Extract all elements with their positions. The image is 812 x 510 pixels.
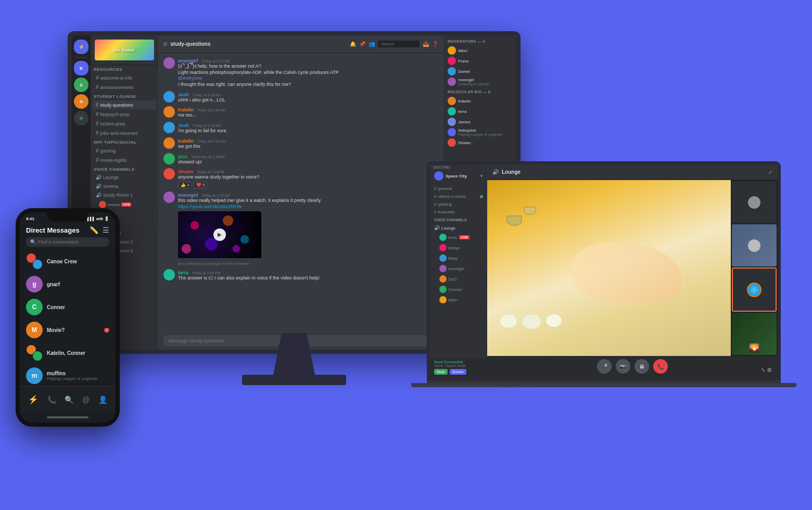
member-name-alton: Alton (458, 48, 467, 53)
video-link[interactable]: https://youtu.be/GkDeko2f9Sfe (178, 204, 438, 209)
dough-3 (545, 314, 562, 327)
voice-ch-food[interactable]: #food-fails (430, 208, 487, 216)
timestamp-6: Yesterday at 1:30PM (191, 155, 225, 159)
new-dm-icon[interactable]: ✏️ (90, 226, 98, 234)
dm-name-conner: Conner (47, 304, 109, 310)
members-icon[interactable]: 👥 (369, 41, 375, 47)
video-button[interactable]: 📷 (616, 359, 630, 374)
voice-ui-alton: Alton (430, 295, 487, 305)
search-input[interactable]: Search (378, 41, 420, 47)
voice-ch-music[interactable]: #videos-n-music (430, 193, 487, 200)
avatar-moongirl (163, 57, 175, 69)
channel-ochem[interactable]: #ochem-prep (93, 119, 156, 128)
mic-button[interactable]: 🎤 (597, 359, 612, 374)
voice-ch-general[interactable]: #general (430, 185, 487, 193)
member-name-shawn: Shawn (458, 141, 471, 145)
avatar-terra (163, 269, 175, 280)
signal-icon: ▌▌▌ (87, 217, 95, 221)
firefox-icon (747, 283, 762, 297)
username-moongirl: moongirl (178, 58, 198, 63)
voice-header-expand-icon[interactable]: ⤢ (768, 170, 772, 175)
thumb-4: 🌄 (732, 313, 777, 355)
dm-conner[interactable]: C Conner (20, 296, 116, 318)
molecular-bio-title: MOLECULAR BIO — 6 (448, 90, 512, 94)
dm-avatar-muffins: m (26, 367, 43, 384)
voice-lounge[interactable]: 🔊Lounge (93, 173, 156, 182)
dm-muffins[interactable]: m muffins Playing League of Legends (20, 364, 116, 386)
msg-text-9: The answer is C! I can also explain in v… (178, 275, 438, 282)
video-grid: 🌄 (487, 180, 778, 356)
voice-ch-gaming[interactable]: #gaming (430, 200, 487, 208)
avatar-jesu (163, 153, 175, 164)
timestamp-3: Today at 9:18 AM (197, 108, 225, 112)
channel-announcements[interactable]: #announcements (93, 83, 156, 92)
main-chat-area: # study-questions 🔔 📌 👥 Search 📥 ❓ (158, 35, 443, 350)
avatar-katelin-right (448, 97, 456, 105)
voice-ui-conner: Conner (430, 284, 487, 295)
dm-search[interactable]: 🔍 Find a conversation (26, 237, 109, 247)
pin-icon[interactable]: 📌 (359, 41, 365, 47)
cell-visualization (178, 211, 261, 258)
msg-text-2: uhhh i also got A...LOL (178, 97, 438, 104)
server-icon-1[interactable]: B (74, 61, 88, 75)
reaction-2[interactable]: ❤️ 5 (194, 182, 208, 188)
message-katelin-2: Katelin Today at 9:19 AM we got this (163, 137, 438, 150)
server-header[interactable]: Bio Studies (91, 35, 158, 65)
video-embed[interactable]: ▶ (178, 211, 261, 258)
search-icon-phone: 🔍 (30, 239, 36, 245)
channel-welcome[interactable]: #welcome-&-info (93, 73, 156, 82)
help-icon[interactable]: ❓ (432, 41, 438, 47)
laptop: DISCORD Space City ▾ #general #videos-n-… (427, 161, 781, 463)
nav-call-icon[interactable]: 📞 (47, 396, 56, 404)
voice-serena[interactable]: 🔊Serena (93, 182, 156, 190)
nav-discord-icon[interactable]: ⚡ (28, 394, 39, 404)
dm-name-canoe: Canoe Crew (47, 259, 109, 264)
phone-bottom-nav: ⚡ 📞 🔍 @ 👤 (20, 386, 116, 412)
dm-canoe-crew[interactable]: Canoe Crew (20, 250, 116, 273)
channel-study-questions[interactable]: #study-questions (93, 100, 156, 109)
channel-movies[interactable]: #movie-nights (93, 156, 156, 164)
avatar-katelin (163, 106, 175, 118)
end-call-button[interactable]: 📞 (653, 359, 668, 374)
add-server-icon[interactable]: + (74, 111, 88, 125)
dm-movie[interactable]: M Movie? ! (20, 318, 116, 341)
dm-gnarf[interactable]: g gnarf (20, 273, 116, 296)
dm-badge-movie: ! (104, 328, 109, 333)
channel-biopsych[interactable]: #biopsych-prep (93, 110, 156, 119)
voice-ch-lounge[interactable]: 🔊Lounge (430, 224, 487, 232)
nav-mention-icon[interactable]: @ (82, 396, 90, 404)
avatar-alton (448, 46, 456, 55)
avatar-terra-right (448, 107, 456, 116)
reaction-1[interactable]: 👍 4 (178, 182, 192, 188)
home-bar (47, 416, 88, 418)
dm-avatar-gnarf: g (26, 276, 43, 292)
server-icon-3[interactable]: G (74, 94, 88, 109)
inbox-icon[interactable]: 📥 (423, 41, 429, 47)
avatar-james (448, 118, 456, 126)
nav-profile-icon[interactable]: 👤 (98, 396, 107, 404)
thumb-avatar-2 (748, 239, 760, 252)
nav-search-phone-icon[interactable]: 🔍 (65, 396, 73, 404)
dm-katelin-conner[interactable]: Katelin, Conner (20, 341, 116, 364)
bell-icon[interactable]: 🔔 (350, 41, 356, 47)
member-moongirl-right: moongirl Listening to Spotify (448, 76, 512, 87)
voice-study-room-1[interactable]: 🔊Study Room 1 (93, 191, 156, 199)
laptop-screen: DISCORD Space City ▾ #general #videos-n-… (430, 164, 778, 377)
discord-home-icon[interactable]: ⚡ (74, 40, 88, 54)
voice-channels-label: VOICE CHANNELS (430, 216, 487, 224)
menu-icon-phone[interactable]: ☰ (103, 226, 109, 234)
screen-button[interactable]: Screen (450, 369, 466, 375)
mute-button[interactable]: Mute (434, 369, 448, 375)
fullscreen-icon[interactable]: ⤡ (761, 367, 765, 373)
screen-share-button[interactable]: 🖥 (635, 359, 649, 374)
mobile-phone: 9:41 ▌▌▌ wifi 🔋 Direct Messages ✏️ ☰ (16, 208, 120, 427)
server-icon-2[interactable]: S (74, 78, 88, 92)
channel-gaming[interactable]: #gaming (93, 146, 156, 155)
member-terra-right: terra (448, 106, 512, 117)
member-name-daniel: Daniel (458, 69, 470, 74)
grid-icon[interactable]: ⊞ (767, 367, 771, 373)
fullscreen-controls: ⤡ ⊞ (761, 367, 771, 373)
channel-jobs[interactable]: #jobs-and-resumes (93, 129, 156, 137)
voice-sidebar: DISCORD Space City ▾ #general #videos-n-… (430, 164, 487, 377)
dough-row (499, 314, 684, 329)
